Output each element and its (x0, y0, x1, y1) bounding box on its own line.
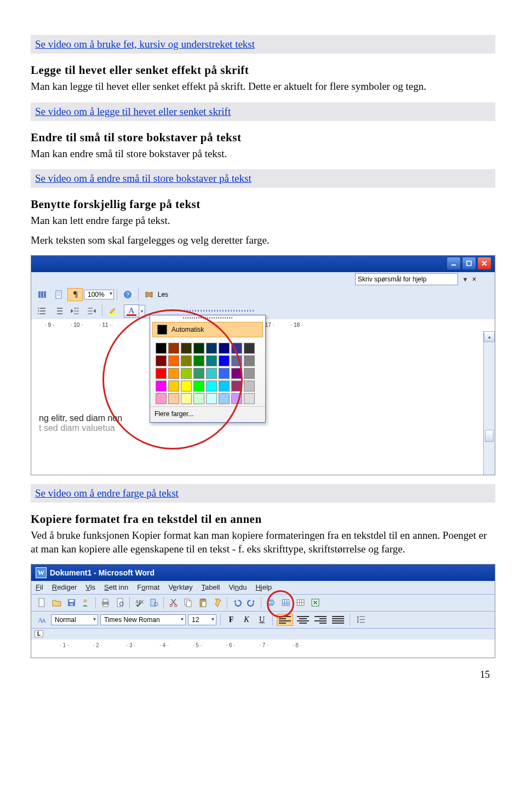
menu-sett inn[interactable]: Sett inn (104, 583, 128, 591)
menu-tabell[interactable]: Tabell (201, 583, 220, 591)
cut-icon[interactable] (166, 596, 180, 609)
color-swatch[interactable] (206, 355, 217, 366)
color-swatch[interactable] (181, 368, 192, 379)
minimize-button[interactable] (447, 257, 461, 270)
color-swatch[interactable] (244, 368, 255, 379)
help-search-input[interactable] (355, 273, 458, 285)
research-icon[interactable] (147, 596, 161, 609)
color-swatch[interactable] (219, 381, 230, 391)
underline-button[interactable]: U (255, 614, 268, 626)
menu-fil[interactable]: Fil (36, 583, 43, 591)
line-spacing-icon[interactable] (354, 613, 368, 626)
italic-button[interactable]: K (240, 614, 253, 626)
color-swatch[interactable] (193, 393, 204, 404)
color-swatch[interactable] (193, 368, 204, 379)
color-swatch[interactable] (219, 355, 230, 366)
print-icon[interactable] (98, 596, 112, 609)
align-left-button[interactable] (277, 614, 293, 626)
color-swatch[interactable] (181, 393, 192, 404)
video-link-1[interactable]: Se video om å bruke fet, kursiv og under… (35, 38, 255, 50)
preview-icon[interactable] (113, 596, 127, 609)
more-colors-button[interactable]: Flere farger... (150, 406, 265, 422)
open-icon[interactable] (49, 596, 64, 609)
color-swatch[interactable] (231, 368, 242, 379)
styles-icon[interactable]: AA (35, 613, 49, 626)
color-swatch[interactable] (244, 393, 255, 404)
help-icon[interactable]: ? (120, 288, 135, 301)
menu-format[interactable]: Format (137, 583, 159, 591)
font-color-button[interactable]: A▾ (124, 304, 139, 318)
color-swatch[interactable] (206, 393, 217, 404)
maximize-button[interactable] (462, 257, 476, 270)
color-swatch[interactable] (244, 343, 255, 354)
color-swatch[interactable] (231, 381, 242, 391)
new-doc-icon[interactable] (35, 596, 49, 609)
hyperlink-icon[interactable] (264, 596, 278, 609)
video-link-3[interactable]: Se video om å endre små til store boksta… (35, 172, 251, 184)
show-marks-icon[interactable] (67, 288, 83, 301)
color-swatch[interactable] (156, 381, 167, 391)
numlist-icon[interactable] (51, 304, 66, 318)
color-swatch[interactable] (219, 343, 230, 354)
save-icon[interactable] (64, 596, 78, 609)
zoom-combo[interactable]: 100% (84, 290, 114, 300)
scroll-up-icon[interactable]: ▴ (484, 331, 495, 342)
copy-icon[interactable] (181, 596, 195, 609)
doc-icon[interactable] (51, 288, 66, 301)
scrollbar[interactable]: ▴ (483, 331, 495, 475)
insert-table-icon[interactable] (293, 596, 307, 609)
color-swatch[interactable] (156, 355, 167, 366)
menu-rediger[interactable]: Rediger (52, 583, 77, 591)
automatic-color-button[interactable]: Automatisk (152, 322, 263, 337)
color-swatch[interactable] (156, 343, 167, 354)
color-swatch[interactable] (156, 393, 167, 404)
permission-icon[interactable] (79, 596, 93, 609)
tab-selector[interactable]: L (35, 630, 43, 637)
color-swatch[interactable] (193, 343, 204, 354)
color-swatch[interactable] (219, 393, 230, 404)
menu-verktøy[interactable]: Verktøy (168, 583, 192, 591)
menu-hjelp[interactable]: Hjelp (255, 583, 272, 591)
toolbar-grip[interactable] (179, 310, 255, 312)
menu-vindu[interactable]: Vindu (228, 583, 247, 591)
color-swatch[interactable] (244, 381, 255, 391)
dropdown-icon[interactable]: ▾ (464, 275, 467, 283)
menu-vis[interactable]: Vis (85, 583, 95, 591)
color-swatch[interactable] (244, 355, 255, 366)
size-combo[interactable]: 12 (188, 614, 216, 625)
book-icon[interactable] (141, 288, 157, 301)
color-swatch[interactable] (181, 355, 192, 366)
outdent-icon[interactable] (67, 304, 83, 318)
close-help-icon[interactable]: × (472, 275, 476, 283)
color-swatch[interactable] (168, 343, 179, 354)
undo-icon[interactable] (230, 596, 244, 609)
font-combo[interactable]: Times New Roman (100, 614, 186, 625)
align-right-button[interactable] (313, 614, 328, 625)
style-combo[interactable]: Normal (51, 614, 98, 625)
video-link-4[interactable]: Se video om å endre farge på tekst (35, 487, 179, 499)
excel-icon[interactable] (308, 596, 322, 609)
indent-icon[interactable] (84, 304, 99, 318)
color-swatch[interactable] (206, 381, 217, 391)
color-swatch[interactable] (206, 343, 217, 354)
bold-button[interactable]: F (225, 614, 238, 626)
paste-icon[interactable] (196, 596, 210, 609)
align-center-button[interactable] (295, 614, 311, 625)
close-button[interactable] (477, 257, 491, 270)
color-swatch[interactable] (231, 343, 242, 354)
color-swatch[interactable] (181, 381, 192, 391)
color-swatch[interactable] (206, 368, 217, 379)
color-swatch[interactable] (168, 381, 179, 391)
color-swatch[interactable] (156, 368, 167, 379)
format-painter-icon[interactable] (210, 596, 225, 609)
scroll-thumb[interactable] (485, 430, 494, 442)
video-link-2[interactable]: Se video om å legge til hevet eller senk… (35, 106, 231, 117)
highlight-icon[interactable] (105, 304, 121, 318)
color-swatch[interactable] (231, 355, 242, 366)
align-justify-button[interactable] (330, 614, 346, 625)
color-swatch[interactable] (193, 381, 204, 391)
color-swatch[interactable] (219, 368, 230, 379)
tables-icon[interactable] (278, 596, 293, 609)
spellcheck-icon[interactable]: ABC (132, 596, 146, 609)
color-swatch[interactable] (193, 355, 204, 366)
